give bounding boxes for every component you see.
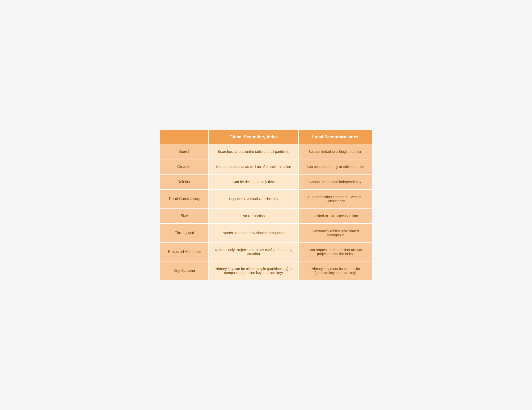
table-body: SearchSearches across entire table and a… xyxy=(160,144,372,280)
header-gsi: Global Secondary Index xyxy=(209,130,299,144)
header-lsi: Local Secondary Index xyxy=(299,130,372,144)
row-gsi-4: No Restriction xyxy=(209,208,299,223)
row-label-3: Read Consistency xyxy=(160,189,209,208)
row-label-1: Creation xyxy=(160,159,209,174)
row-gsi-7: Primary key can be either simple (partit… xyxy=(209,261,299,280)
row-gsi-6: Returns only Projects attributes configu… xyxy=(209,242,299,261)
row-lsi-4: Limited to 10GB per Partition xyxy=(299,208,372,223)
row-lsi-3: Supports either Strong or Eventual Consi… xyxy=(299,189,372,208)
row-lsi-7: Primary key must be composite (partition… xyxy=(299,261,372,280)
row-label-2: Deletion xyxy=(160,174,209,189)
table-header: Global Secondary Index Local Secondary I… xyxy=(160,130,372,144)
row-gsi-5: Needs separate provisioned throughput xyxy=(209,223,299,242)
row-lsi-0: Search limited to a Single partition xyxy=(299,144,372,159)
row-gsi-1: Can be created at as well as after table… xyxy=(209,159,299,174)
row-gsi-2: Can be deleted at any time xyxy=(209,174,299,189)
header-empty-cell xyxy=(160,130,209,144)
row-lsi-6: Can request attributes that are not proj… xyxy=(299,242,372,261)
row-label-4: Size xyxy=(160,208,209,223)
row-gsi-0: Searches across entire table and all par… xyxy=(209,144,299,159)
row-label-5: Throughput xyxy=(160,223,209,242)
row-lsi-1: Can be created only at table creation xyxy=(299,159,372,174)
row-gsi-3: Supports Eventual Consistency xyxy=(209,189,299,208)
row-label-6: Projected Attributes xyxy=(160,242,209,261)
row-lsi-2: Cannot be deleted independently xyxy=(299,174,372,189)
row-label-0: Search xyxy=(160,144,209,159)
row-lsi-5: Consumes Tables provisioned throughput xyxy=(299,223,372,242)
comparison-table: Global Secondary Index Local Secondary I… xyxy=(160,130,372,280)
row-label-7: Key Schema xyxy=(160,261,209,280)
